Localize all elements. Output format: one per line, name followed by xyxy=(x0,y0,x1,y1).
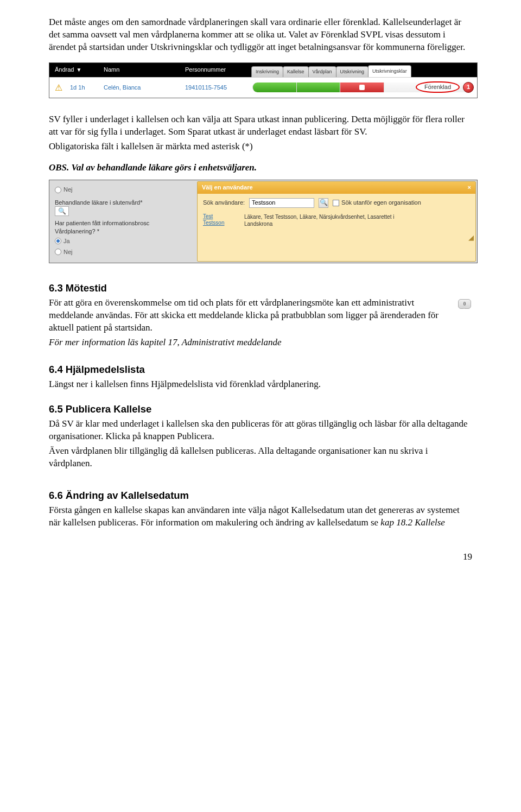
heading-6-3: 6.3 Mötestid xyxy=(49,282,472,295)
s65-paragraph-2: Även vårdplanen blir tillgänglig då kall… xyxy=(49,445,472,470)
panel-header: Välj en användare × xyxy=(198,182,475,194)
page-number: 19 xyxy=(49,551,472,563)
sort-arrow-icon: ▼ xyxy=(76,66,81,74)
screenshot-patient-row: Ändrad ▼ Namn Personnummer Inskrivning K… xyxy=(49,62,478,98)
radio-nej-bottom[interactable]: Nej xyxy=(55,246,190,257)
status-tabs: Inskrivning Kallelse Vårdplan Utskrivnin… xyxy=(250,63,477,77)
search-input[interactable]: Testsson xyxy=(249,198,314,208)
label-informationsbroschyr-a: Har patienten fått informationsbrosc xyxy=(55,219,190,227)
heading-6-5: 6.5 Publicera Kallelse xyxy=(49,403,472,416)
col-header-namn[interactable]: Namn xyxy=(98,66,180,74)
screenshot-user-chooser: Nej Behandlande läkare i slutenvård* 🔍 H… xyxy=(49,180,478,264)
stop-icon xyxy=(359,85,365,90)
warning-icon: ⚠ xyxy=(49,82,65,94)
status-vardplan-pill[interactable] xyxy=(340,83,384,92)
mid-paragraph-1: SV fyller i underlaget i kallelsen och k… xyxy=(49,113,472,138)
cell-personnummer: 19410115-7545 xyxy=(180,84,250,92)
search-result-row[interactable]: Test Testsson Läkare, Test Testsson, Läk… xyxy=(203,213,470,227)
s66-paragraph: Första gången en kallelse skapas kan anv… xyxy=(49,504,472,529)
col-header-andrad[interactable]: Ändrad ▼ xyxy=(49,66,98,74)
obs-note: OBS. Val av behandlande läkare görs i en… xyxy=(49,162,472,174)
forenklad-highlight: Förenklad xyxy=(416,81,460,93)
tab-utskrivningsklar[interactable]: Utskrivningsklar xyxy=(368,65,411,77)
speech-bubble-icon[interactable]: 0 xyxy=(458,299,472,313)
result-description: Läkare, Test Testsson, Läkare, Närsjukvå… xyxy=(244,213,394,227)
radio-icon xyxy=(55,238,61,244)
notification-badge[interactable]: 1 xyxy=(463,82,474,93)
tab-inskrivning[interactable]: Inskrivning xyxy=(251,66,283,77)
status-inskrivning-pill[interactable] xyxy=(252,83,297,92)
external-search-label: Sök utanför egen organisation xyxy=(341,199,421,207)
table-row[interactable]: ⚠ 1d 1h Celén, Bianca 19410115-7545 Före… xyxy=(49,77,477,98)
label-behandlande-lakare: Behandlande läkare i slutenvård* xyxy=(55,199,190,207)
search-doctor-button[interactable]: 🔍 xyxy=(55,206,69,216)
s63-crossref: För mer information läs kapitel 17, Admi… xyxy=(49,337,453,349)
tab-kallelse[interactable]: Kallelse xyxy=(283,66,309,77)
s65-paragraph-1: Då SV är klar med underlaget i kallelsen… xyxy=(49,418,472,443)
tab-vardplan[interactable]: Vårdplan xyxy=(308,66,336,77)
panel-title: Välj en användare xyxy=(202,183,253,192)
col-header-personnummer[interactable]: Personnummer xyxy=(180,66,250,74)
result-link[interactable]: Test Testsson xyxy=(203,213,234,227)
table-header: Ändrad ▼ Namn Personnummer Inskrivning K… xyxy=(49,63,477,77)
heading-6-6: 6.6 Ändring av Kallelsedatum xyxy=(49,489,472,503)
intro-paragraph: Det måste anges om den samordnade vårdpl… xyxy=(49,16,472,54)
external-search-checkbox[interactable] xyxy=(333,200,339,206)
radio-nej-top[interactable]: Nej xyxy=(55,185,190,195)
search-label: Sök användare: xyxy=(203,199,245,207)
radio-icon xyxy=(55,187,61,193)
label-informationsbroschyr-b: Vårdplanering? * xyxy=(55,227,190,236)
close-icon[interactable]: × xyxy=(468,183,471,192)
cell-namn[interactable]: Celén, Bianca xyxy=(98,84,180,92)
form-left-panel: Nej Behandlande läkare i slutenvård* 🔍 H… xyxy=(49,180,196,263)
status-kallelse-pill[interactable] xyxy=(297,83,341,92)
heading-6-4: 6.4 Hjälpmedelslista xyxy=(49,363,472,377)
radio-icon xyxy=(55,249,61,255)
resize-handle-icon[interactable]: ◢ xyxy=(198,235,475,243)
tab-utskrivning[interactable]: Utskrivning xyxy=(336,66,369,77)
s64-paragraph: Längst ner i kallelsen finns Hjälpmedels… xyxy=(49,378,472,391)
mid-paragraph-2: Obligatoriska fält i kallelsen är märkta… xyxy=(49,141,472,153)
radio-ja[interactable]: Ja xyxy=(55,236,190,246)
user-chooser-panel: Välj en användare × Sök användare: Tests… xyxy=(197,181,476,262)
search-button[interactable]: 🔍 xyxy=(319,198,328,208)
s63-paragraph: För att göra en överenskommelse om tid o… xyxy=(49,297,453,334)
cell-andrad: 1d 1h xyxy=(65,84,98,92)
